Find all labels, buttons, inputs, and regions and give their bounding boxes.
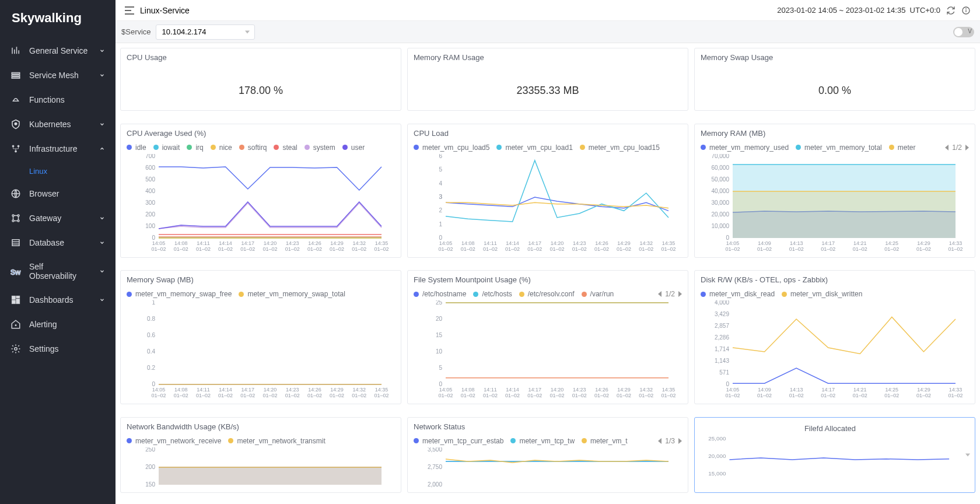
panel-title: Network Bandwidth Usage (KB/s) <box>121 418 401 435</box>
svg-text:01–02: 01–02 <box>352 246 366 252</box>
panel-disk[interactable]: Disk R/W (KB/s - OTEL, ops - Zabbix)mete… <box>694 270 975 404</box>
legend-item[interactable]: meter <box>889 144 916 152</box>
legend-item[interactable]: meter_vm_network_transmit <box>228 437 325 445</box>
legend-item[interactable]: meter_vm_memory_total <box>796 144 882 152</box>
sidebar-item-gateway[interactable]: Gateway <box>0 206 116 230</box>
menu-toggle-icon[interactable] <box>125 6 134 15</box>
svg-text:14:32: 14:32 <box>353 240 366 246</box>
svg-text:6: 6 <box>439 154 442 159</box>
legend-next-icon[interactable] <box>678 438 682 444</box>
legend-item[interactable]: system <box>304 144 335 152</box>
sidebar-item-selfobs[interactable]: SwSelf Observability <box>0 255 116 288</box>
svg-text:01–02: 01–02 <box>853 393 867 398</box>
legend-item[interactable]: meter_vm_disk_written <box>782 290 862 298</box>
svg-text:14:23: 14:23 <box>573 387 586 393</box>
svg-text:60,000: 60,000 <box>711 164 729 171</box>
time-range[interactable]: 2023-01-02 14:05 ~ 2023-01-02 14:35 UTC+… <box>777 6 940 15</box>
svg-text:Sw: Sw <box>10 268 21 276</box>
panel-net-bw[interactable]: Network Bandwidth Usage (KB/s)meter_vm_n… <box>120 417 401 493</box>
legend-item[interactable]: meter_vm_network_receive <box>127 437 221 445</box>
svg-text:14:32: 14:32 <box>640 240 653 246</box>
legend-next-icon[interactable] <box>678 291 682 297</box>
sidebar-item-mesh[interactable]: Service Mesh <box>0 63 116 88</box>
legend-item[interactable]: meter_vm_memory_swap_total <box>239 290 345 298</box>
legend-item[interactable]: /var/run <box>582 290 614 298</box>
svg-point-6 <box>15 150 17 152</box>
sidebar-item-general[interactable]: General Service <box>0 38 116 63</box>
svg-rect-18 <box>16 299 20 304</box>
sidebar-item-infra[interactable]: Infrastructure <box>0 136 116 161</box>
legend-item[interactable]: meter_vm_cpu_load5 <box>414 144 489 152</box>
chart-plot: 15,00020,00025,000 <box>706 436 954 487</box>
k8s-icon <box>10 119 21 130</box>
legend-item[interactable]: user <box>342 144 365 152</box>
legend-prev-icon[interactable] <box>658 438 662 444</box>
chevron-down-icon <box>99 297 105 303</box>
svg-point-11 <box>18 220 19 222</box>
sidebar-item-k8s[interactable]: Kubernetes <box>0 112 116 136</box>
legend-item[interactable]: /etc/hostname <box>414 290 466 298</box>
sidebar-item-dashboards[interactable]: Dashboards <box>0 288 116 312</box>
sidebar-subitem-linux[interactable]: Linux <box>0 161 116 181</box>
panel-cpu-usage[interactable]: CPU Usage 178.00 % <box>120 48 401 111</box>
panel-mem-ram[interactable]: Memory RAM (MB)meter_vm_memory_usedmeter… <box>694 124 975 258</box>
sidebar-item-database[interactable]: Database <box>0 230 116 255</box>
svg-point-9 <box>18 215 19 216</box>
refresh-icon[interactable] <box>946 6 956 15</box>
legend-item[interactable]: meter_vm_memory_swap_free <box>127 290 232 298</box>
panel-cpu-load[interactable]: CPU Loadmeter_vm_cpu_load5meter_vm_cpu_l… <box>407 124 688 258</box>
sidebar-item-functions[interactable]: Functions <box>0 88 116 112</box>
sidebar-item-settings[interactable]: Settings <box>0 337 116 361</box>
panel-swap-usage[interactable]: Memory Swap Usage 0.00 % <box>694 48 975 111</box>
svg-text:14:32: 14:32 <box>640 387 653 393</box>
svg-text:14:20: 14:20 <box>551 387 564 393</box>
panel-net-status[interactable]: Network Statusmeter_vm_tcp_curr_estabmet… <box>407 417 688 493</box>
svg-text:14:17: 14:17 <box>242 387 255 393</box>
browser-icon <box>10 188 21 199</box>
panel-filefd[interactable]: Filefd Allocated15,00020,00025,000 <box>694 417 975 493</box>
panel-cpu-avg[interactable]: CPU Average Used (%)idleiowaitirqnicesof… <box>120 124 401 258</box>
legend-item[interactable]: meter_vm_tcp_tw <box>510 437 575 445</box>
legend-item[interactable]: iowait <box>153 144 180 152</box>
svg-text:14:35: 14:35 <box>375 240 388 246</box>
selfobs-icon: Sw <box>10 266 21 276</box>
legend-item[interactable]: nice <box>211 144 232 152</box>
legend-item[interactable]: meter_vm_cpu_load1 <box>496 144 572 152</box>
panel-ram-usage[interactable]: Memory RAM Usage 23355.33 MB <box>407 48 688 111</box>
info-icon[interactable] <box>961 6 971 15</box>
legend-item[interactable]: meter_vm_tcp_curr_estab <box>414 437 503 445</box>
legend-item[interactable]: /etc/hosts <box>473 290 512 298</box>
svg-text:14:05: 14:05 <box>726 387 740 393</box>
chevron-up-icon <box>99 146 105 152</box>
svg-text:01–02: 01–02 <box>285 246 300 252</box>
svg-text:571: 571 <box>719 369 729 376</box>
svg-text:01–02: 01–02 <box>505 246 520 252</box>
svg-text:1: 1 <box>152 300 155 306</box>
legend-item[interactable]: /etc/resolv.conf <box>519 290 575 298</box>
svg-text:01–02: 01–02 <box>594 393 609 398</box>
svg-rect-12 <box>12 240 19 246</box>
svg-text:01–02: 01–02 <box>884 393 899 398</box>
legend-next-icon[interactable] <box>965 145 969 150</box>
view-toggle[interactable]: V <box>953 27 974 37</box>
legend-item[interactable]: irq <box>187 144 203 152</box>
legend-item[interactable]: softirq <box>239 144 267 152</box>
svg-text:01–02: 01–02 <box>307 246 322 252</box>
legend-prev-icon[interactable] <box>945 145 949 150</box>
legend-item[interactable]: steal <box>274 144 297 152</box>
legend-item[interactable]: meter_vm_cpu_load15 <box>580 144 660 152</box>
svg-text:01–02: 01–02 <box>438 246 453 252</box>
svg-text:01–02: 01–02 <box>262 393 277 398</box>
legend-item[interactable]: meter_vm_memory_used <box>701 144 789 152</box>
panel-mem-swap[interactable]: Memory Swap (MB)meter_vm_memory_swap_fre… <box>120 270 401 404</box>
svg-text:14:23: 14:23 <box>286 387 299 393</box>
legend-item[interactable]: meter_vm_t <box>582 437 627 445</box>
legend-item[interactable]: meter_vm_disk_read <box>701 290 775 298</box>
legend-prev-icon[interactable] <box>658 291 662 297</box>
svg-text:14:29: 14:29 <box>917 240 930 246</box>
sidebar-item-browser[interactable]: Browser <box>0 181 116 206</box>
panel-fs[interactable]: File System Mountpoint Usage (%)/etc/hos… <box>407 270 688 404</box>
sidebar-item-alerting[interactable]: Alerting <box>0 312 116 337</box>
legend-item[interactable]: idle <box>127 144 146 152</box>
service-select[interactable]: 10.104.2.174 <box>156 24 255 40</box>
